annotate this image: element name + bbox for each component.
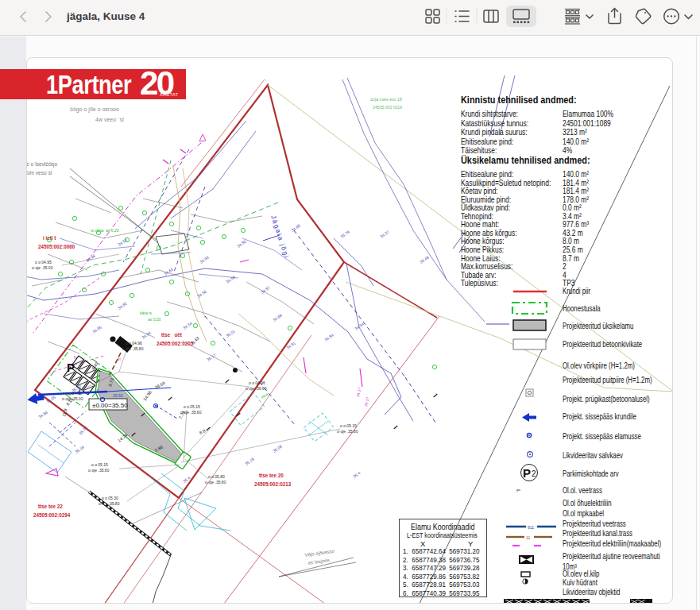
svg-text:4w veeoˈˈsl: 4w veeoˈˈsl xyxy=(95,117,124,122)
svg-text:34.69: 34.69 xyxy=(272,313,283,322)
svg-text:34.82: 34.82 xyxy=(117,301,128,311)
svg-text:34.64: 34.64 xyxy=(163,267,174,276)
svg-text:o·oje .35.80: o·oje .35.80 xyxy=(122,346,144,351)
svg-text:35.08: 35.08 xyxy=(272,444,283,454)
svg-text:P: P xyxy=(67,361,75,374)
svg-text:ts vārta as 0.20: ts vārta as 0.20 xyxy=(91,228,119,233)
svg-text:34.87: 34.87 xyxy=(260,285,271,295)
svg-text:34.94: 34.94 xyxy=(141,330,152,340)
svg-text:o o 05.30: o o 05.30 xyxy=(102,496,118,500)
svg-text:34.84: 34.84 xyxy=(323,333,335,342)
svg-text:o·oje .35.80: o·oje .35.80 xyxy=(205,480,226,485)
svg-text:24505:002:0294: 24505:002:0294 xyxy=(33,512,71,518)
svg-text:2: 2 xyxy=(532,469,536,478)
svg-text:34.52: 34.52 xyxy=(117,237,128,247)
svg-text:o o 05.80: o o 05.80 xyxy=(208,474,225,479)
svg-text:as 0.20: as 0.20 xyxy=(148,317,161,322)
svg-text:34.66: 34.66 xyxy=(37,410,48,419)
svg-text:34.54: 34.54 xyxy=(354,322,365,331)
svg-text:o o 04.95: o o 04.95 xyxy=(65,391,82,396)
svg-text:34.37: 34.37 xyxy=(364,396,369,407)
svg-text:ttse tee 22: ttse tee 22 xyxy=(38,504,63,509)
svg-text:34.37: 34.37 xyxy=(379,230,390,239)
svg-text:34.54: 34.54 xyxy=(182,321,193,330)
svg-text:34.68: 34.68 xyxy=(290,223,301,233)
svg-text:o·oje .35.60: o·oje .35.60 xyxy=(88,468,110,473)
svg-text:34.81: 34.81 xyxy=(285,341,296,350)
svg-text:o o 05.15: o o 05.15 xyxy=(184,404,200,409)
svg-text:∆rija mats eоc 18: ∆rija mats eоc 18 xyxy=(370,97,402,102)
svg-text:o·oje .35.80: o·oje .35.80 xyxy=(337,429,358,434)
svg-text:34.96: 34.96 xyxy=(85,253,96,263)
svg-text:35.18: 35.18 xyxy=(74,445,85,454)
svg-text:34.37: 34.37 xyxy=(356,387,362,397)
svg-text:911: 911 xyxy=(528,525,534,530)
svg-text:35.19: 35.19 xyxy=(244,457,255,466)
svg-text:34.95: 34.95 xyxy=(91,325,102,334)
svg-text:35.50: 35.50 xyxy=(113,393,123,398)
svg-text:o o 05.15: o o 05.15 xyxy=(340,423,357,428)
svg-text:o o 04.95: o o 04.95 xyxy=(35,260,52,264)
svg-text:P: P xyxy=(523,466,531,480)
svg-text:34.93: 34.93 xyxy=(199,255,210,264)
svg-text:o o 04.96: o o 04.96 xyxy=(249,380,265,385)
svg-text:34.80: 34.80 xyxy=(236,239,247,249)
svg-text:üm vesoˈsl: üm vesoˈsl xyxy=(27,170,52,176)
svg-text:ôögo o jõe o osrooo: ôögo o jõe o osrooo xyxy=(70,106,119,113)
svg-text:35.01: 35.01 xyxy=(225,329,236,338)
svg-text:o o 04.96: o o 04.96 xyxy=(126,341,142,346)
svg-text:35.23: 35.23 xyxy=(78,425,88,436)
svg-text:ttse tee 20: ttse tee 20 xyxy=(259,473,284,478)
svg-text:24505:002:0205: 24505:002:0205 xyxy=(157,341,194,346)
svg-text:35.4: 35.4 xyxy=(352,470,362,479)
svg-text:33.48: 33.48 xyxy=(419,255,430,264)
svg-text:34.58: 34.58 xyxy=(225,275,236,284)
svg-text:11.9: 11.9 xyxy=(61,408,68,417)
svg-text:e oˈlsevtööqo: e oˈlsevtööqo xyxy=(26,161,57,168)
svg-text:33.79: 33.79 xyxy=(339,230,350,239)
svg-text:kära ts: kära ts xyxy=(140,311,153,315)
svg-text:o·oje .35.00: o·oje .35.00 xyxy=(32,265,53,270)
svg-text:24505:002:0060: 24505:002:0060 xyxy=(38,244,75,249)
svg-text:14.98: 14.98 xyxy=(142,390,153,402)
svg-text:±0.00=35.50: ±0.00=35.50 xyxy=(92,402,128,409)
svg-text:34.56: 34.56 xyxy=(196,289,207,299)
svg-text:Jägala jõgi: Jägala jõgi xyxy=(269,214,291,260)
svg-text:o o 05.15: o o 05.15 xyxy=(91,462,108,467)
svg-text:Võjo ojõsesso: Võjo ojõsesso xyxy=(304,549,335,558)
svg-text:elce·: elce· xyxy=(261,391,271,400)
svg-text:24505:002:0213: 24505:002:0213 xyxy=(254,481,292,487)
svg-text:24505 002 0116: 24505 002 0116 xyxy=(373,105,402,110)
svg-text:9.43: 9.43 xyxy=(191,336,199,346)
svg-text:11: 11 xyxy=(526,535,530,540)
svg-text:ttse oët: ttse oët xyxy=(161,332,183,338)
